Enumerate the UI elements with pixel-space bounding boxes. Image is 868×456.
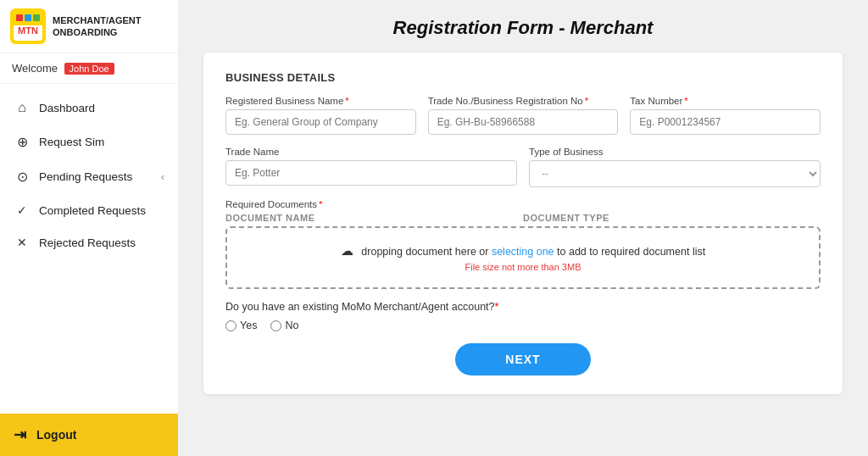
radio-group-momo: Yes No	[225, 320, 821, 331]
radio-yes-text: Yes	[240, 320, 257, 331]
sidebar-item-rejected-requests[interactable]: ✕ Rejected Requests	[0, 226, 178, 259]
svg-text:MTN: MTN	[18, 25, 38, 36]
sidebar-welcome: Welcome John Doe	[0, 53, 178, 84]
file-size-note: File size not more than 3MB	[239, 262, 807, 272]
sidebar-header: MTN MERCHANT/AGENT ONBOARDING	[0, 0, 178, 53]
form-group-trade-name: Trade Name	[225, 147, 517, 187]
svg-rect-6	[25, 14, 31, 21]
sidebar-item-request-sim-label: Request Sim	[39, 136, 104, 148]
sidebar: MTN MERCHANT/AGENT ONBOARDING Welcome Jo…	[0, 0, 178, 456]
sidebar-item-dashboard-label: Dashboard	[39, 102, 95, 114]
welcome-label: Welcome	[12, 62, 58, 75]
radio-yes-input[interactable]	[225, 320, 236, 331]
check-icon: ✓	[14, 203, 31, 217]
drop-text-after: to add to required document list	[554, 246, 706, 258]
sidebar-item-completed-requests[interactable]: ✓ Completed Requests	[0, 194, 178, 226]
clock-icon: ⊙	[14, 169, 31, 185]
sidebar-item-rejected-requests-label: Rejected Requests	[39, 236, 136, 249]
drop-zone[interactable]: ☁ dropping document here or selecting on…	[225, 226, 821, 289]
app-logo: MTN	[10, 8, 46, 44]
logout-label: Logout	[36, 428, 76, 442]
sidebar-item-pending-requests[interactable]: ⊙ Pending Requests ‹	[0, 159, 178, 194]
trade-no-label: Trade No./Business Registration No*	[428, 96, 619, 106]
sidebar-nav: ⌂ Dashboard ⊕ Request Sim ⊙ Pending Requ…	[0, 84, 178, 414]
type-of-business-label: Type of Business	[529, 147, 821, 157]
section-title: BUSINESS DETAILS	[225, 71, 821, 84]
main-content: Registration Form - Merchant BUSINESS DE…	[178, 0, 868, 456]
x-icon: ✕	[14, 236, 31, 249]
svg-rect-7	[33, 14, 40, 21]
tax-number-label: Tax Number*	[630, 96, 821, 106]
sidebar-item-request-sim[interactable]: ⊕ Request Sim	[0, 125, 178, 159]
form-group-type-of-business: Type of Business --	[529, 147, 821, 187]
home-icon: ⌂	[14, 100, 31, 115]
sidebar-item-pending-requests-label: Pending Requests	[39, 170, 132, 183]
form-group-business-name: Registered Business Name*	[225, 96, 416, 135]
required-documents-section: Required Documents* DOCUMENT NAME DOCUME…	[225, 199, 821, 289]
trade-no-input[interactable]	[428, 109, 619, 135]
radio-no-label[interactable]: No	[270, 320, 298, 331]
drop-text-before: dropping document here or	[361, 246, 492, 258]
form-row-1: Registered Business Name* Trade No./Busi…	[225, 96, 821, 135]
doc-type-col-header: DOCUMENT TYPE	[523, 213, 821, 223]
sidebar-item-dashboard[interactable]: ⌂ Dashboard	[0, 91, 178, 125]
welcome-name: John Doe	[64, 63, 114, 75]
form-card: BUSINESS DETAILS Registered Business Nam…	[203, 53, 843, 394]
form-group-tax-number: Tax Number*	[630, 96, 821, 135]
business-name-input[interactable]	[225, 109, 416, 135]
sidebar-app-title: MERCHANT/AGENT ONBOARDING	[53, 14, 142, 39]
logout-button[interactable]: ⇥ Logout	[0, 414, 178, 456]
business-name-label: Registered Business Name*	[225, 96, 416, 106]
logout-icon: ⇥	[14, 425, 26, 444]
required-docs-label: Required Documents*	[225, 199, 821, 209]
form-row-2: Trade Name Type of Business --	[225, 147, 821, 187]
svg-rect-5	[16, 14, 23, 21]
sidebar-item-completed-requests-label: Completed Requests	[39, 204, 146, 217]
tax-number-input[interactable]	[630, 109, 821, 135]
form-group-trade-no: Trade No./Business Registration No*	[428, 96, 619, 135]
docs-header: DOCUMENT NAME DOCUMENT TYPE	[225, 213, 821, 223]
doc-name-col-header: DOCUMENT NAME	[225, 213, 523, 223]
radio-yes-label[interactable]: Yes	[225, 320, 257, 331]
trade-name-label: Trade Name	[225, 147, 517, 157]
type-of-business-select[interactable]: --	[529, 160, 821, 187]
page-title: Registration Form - Merchant	[203, 17, 843, 39]
next-button[interactable]: NEXT	[455, 343, 591, 375]
radio-no-text: No	[285, 320, 298, 331]
trade-name-input[interactable]	[225, 160, 517, 186]
plus-circle-icon: ⊕	[14, 134, 31, 150]
chevron-right-icon: ‹	[161, 170, 164, 183]
upload-icon: ☁	[341, 243, 353, 258]
radio-no-input[interactable]	[270, 320, 281, 331]
select-one-link[interactable]: selecting one	[492, 246, 554, 258]
momo-question: Do you have an existing MoMo Merchant/Ag…	[225, 301, 821, 313]
